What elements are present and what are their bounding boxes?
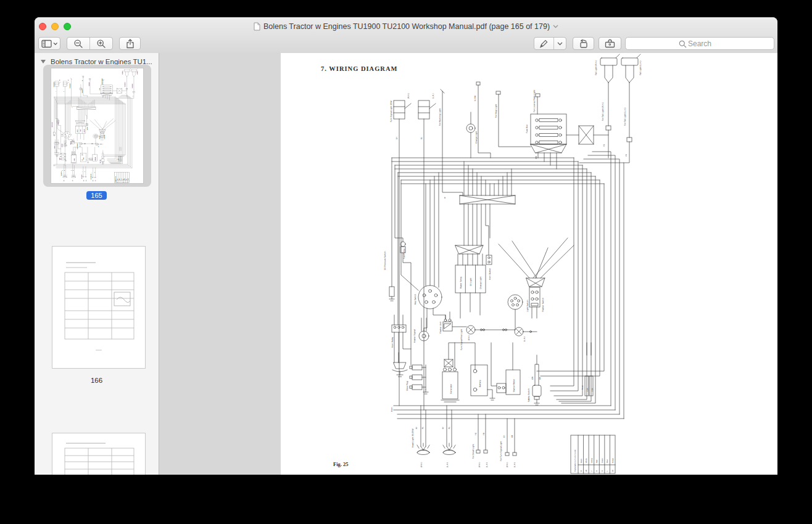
- page-number-badge: 165: [86, 191, 106, 200]
- sidebar: Bolens Tractor w Engines TU1... 165: [35, 53, 159, 475]
- zoom-group: [67, 37, 113, 50]
- pdf-page[interactable]: 7. WIRING DIAGRAM Fig. 25: [281, 53, 777, 475]
- window-title: Bolens Tractor w Engines TU1900 TU2100 W…: [263, 22, 550, 31]
- markup-menu-button[interactable]: [554, 38, 566, 49]
- toolbar: [35, 36, 777, 52]
- rotate-left-icon: [581, 39, 587, 47]
- thumbnail-page-166[interactable]: [52, 247, 145, 368]
- content-area: 7. WIRING DIAGRAM Fig. 25: [159, 53, 777, 475]
- preview-window: Bolens Tractor w Engines TU1900 TU2100 W…: [35, 17, 777, 475]
- title-chevron-icon[interactable]: [553, 25, 558, 28]
- screen: Bolens Tractor w Engines TU1900 TU2100 W…: [0, 0, 812, 524]
- page-badge-row: 165: [35, 191, 159, 200]
- search-input[interactable]: [626, 38, 774, 49]
- zoom-in-button[interactable]: [90, 38, 112, 49]
- share-button[interactable]: [119, 37, 141, 50]
- markup-group: [534, 37, 566, 50]
- chevron-down-icon: [557, 42, 563, 46]
- disclosure-triangle-icon[interactable]: [41, 60, 46, 63]
- thumbnail-page-165[interactable]: [51, 68, 143, 183]
- wiring-diagram: [383, 53, 657, 475]
- page-number-label: 166: [35, 377, 159, 384]
- figure-caption: Fig. 25: [333, 461, 349, 467]
- markup-toolbar-button[interactable]: [599, 37, 621, 50]
- pen-icon: [539, 39, 549, 49]
- markup-pen-button[interactable]: [534, 38, 553, 49]
- search-field: [625, 37, 774, 50]
- share-icon: [127, 39, 133, 48]
- rotate-button[interactable]: [573, 37, 594, 50]
- window-chrome: Bolens Tractor w Engines TU1900 TU2100 W…: [35, 17, 777, 54]
- document-icon: [254, 22, 260, 31]
- toolbox-icon: [606, 40, 615, 47]
- thumbnail-page-next[interactable]: [52, 433, 145, 475]
- zoom-out-button[interactable]: [67, 38, 89, 49]
- titlebar: Bolens Tractor w Engines TU1900 TU2100 W…: [35, 17, 777, 36]
- sidebar-view-button[interactable]: [38, 37, 60, 50]
- chevron-down-icon: [54, 43, 57, 44]
